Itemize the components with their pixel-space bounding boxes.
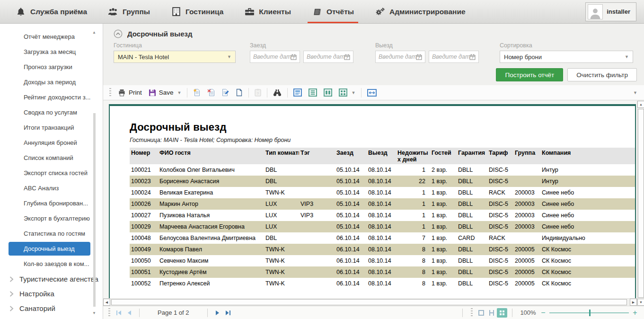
- arrival-from-input[interactable]: Введите дату 7: [250, 51, 300, 63]
- sidebar-item[interactable]: Глубина бронирован...: [0, 196, 103, 211]
- page-indicator: Page 1 of 2: [158, 309, 189, 316]
- calendar-icon[interactable]: 7: [469, 54, 476, 60]
- table-cell: Кустодиев Артём: [158, 269, 264, 275]
- departure-to-input[interactable]: Введите дату 7: [429, 51, 479, 63]
- nav-item-reception[interactable]: Служба приёма: [14, 0, 88, 23]
- table-cell: DISC-5: [487, 257, 513, 264]
- toolbar-overflow-icon[interactable]: ▼: [633, 90, 637, 95]
- sidebar-section[interactable]: Настройка: [0, 286, 103, 301]
- sidebar-scroll-thumb[interactable]: [93, 113, 96, 307]
- first-page-button[interactable]: [114, 308, 124, 318]
- clear-filter-button[interactable]: Очистить фильтр: [567, 68, 637, 81]
- table-cell: 1 взр.: [430, 178, 457, 185]
- arrival-to-input[interactable]: Введите дату 7: [303, 51, 353, 63]
- table-cell: 1: [396, 212, 430, 219]
- sidebar-item[interactable]: Доходы за период: [0, 75, 103, 90]
- nav-item-reports[interactable]: Отчёты: [310, 0, 355, 23]
- hscroll-thumb[interactable]: [111, 299, 627, 305]
- nav-item-hotel[interactable]: Гостиница: [169, 0, 225, 23]
- view-single-button[interactable]: [305, 87, 320, 99]
- sidebar-item[interactable]: Экспорт списка гостей: [0, 166, 103, 181]
- zoom-slider-handle[interactable]: [589, 310, 591, 316]
- calendar-icon[interactable]: 7: [344, 54, 350, 60]
- sidebar-item[interactable]: Рейтинг доходности з...: [0, 90, 103, 105]
- sidebar-section[interactable]: Санаторий: [0, 301, 103, 316]
- sidebar-item-selected[interactable]: Досрочный выезд: [9, 242, 90, 256]
- horizontal-scrollbar[interactable]: ◀ ▶: [103, 298, 637, 306]
- sidebar-item[interactable]: Загрузка за месяц: [0, 44, 103, 60]
- scroll-up-icon[interactable]: ▲: [92, 30, 96, 35]
- calendar-icon[interactable]: 7: [416, 54, 422, 60]
- hotel-select[interactable]: MAIN - Tesla Hotel ▼: [114, 51, 236, 63]
- zoom-out-button[interactable]: −: [539, 309, 547, 317]
- nav-item-admin[interactable]: Администрирование: [373, 0, 467, 23]
- page-width-button[interactable]: [364, 87, 380, 99]
- sidebar-scrollbar[interactable]: ▲ ▼: [92, 30, 97, 315]
- build-report-button[interactable]: Построить отчёт: [496, 68, 563, 81]
- nav-item-clients[interactable]: Клиенты: [243, 0, 292, 23]
- departure-from-input[interactable]: Введите дату 7: [375, 51, 425, 63]
- nav-item-groups[interactable]: Группы: [106, 0, 151, 23]
- toolbar-grip[interactable]: [109, 88, 111, 97]
- pager-grip[interactable]: [108, 308, 110, 318]
- separator: [512, 309, 512, 317]
- next-page-button[interactable]: [212, 308, 223, 318]
- chevron-down-icon[interactable]: ▼: [177, 90, 182, 95]
- sidebar-item[interactable]: Список компаний: [0, 151, 103, 166]
- view-two-pages-button[interactable]: [320, 87, 335, 99]
- sidebar-item[interactable]: Экспорт в бухгалтерию: [0, 211, 103, 226]
- sidebar-item[interactable]: Сводка по услугам: [0, 105, 103, 120]
- previous-page-button[interactable]: [124, 308, 134, 318]
- sidebar-item[interactable]: Кол-во заездов в ком...: [0, 257, 103, 272]
- column-header: ФИО гостя: [158, 150, 264, 156]
- multiple-pages-view-button[interactable]: [497, 308, 507, 318]
- vertical-scrollbar[interactable]: ▲ ▼: [637, 101, 644, 306]
- delete-page-button[interactable]: [204, 87, 218, 99]
- edit-page-button[interactable]: [218, 87, 232, 99]
- scroll-down-icon[interactable]: ▼: [637, 299, 644, 306]
- continuous-view-button[interactable]: [486, 308, 497, 318]
- new-page-button[interactable]: [190, 87, 204, 99]
- sidebar-item[interactable]: Итоги транзакций: [0, 120, 103, 135]
- scroll-left-icon[interactable]: ◀: [103, 299, 110, 306]
- sidebar-section[interactable]: Туристические агенства: [0, 272, 103, 286]
- scroll-down-icon[interactable]: ▼: [92, 311, 96, 315]
- single-page-view-button[interactable]: [476, 308, 486, 318]
- collapse-panel-icon[interactable]: [114, 29, 123, 38]
- table-cell: 100051: [130, 269, 158, 275]
- table-cell: DBLL: [457, 189, 487, 196]
- zoombar-grip[interactable]: [471, 308, 473, 318]
- calendar-icon[interactable]: 7: [291, 54, 297, 60]
- chevron-down-icon[interactable]: ▼: [351, 90, 355, 95]
- table-cell: 8: [396, 257, 430, 264]
- chevron-right-icon: [9, 306, 14, 311]
- print-button[interactable]: Print: [115, 87, 145, 99]
- page-setup-button[interactable]: [232, 87, 246, 99]
- view-multiple-pages-button[interactable]: ▼: [335, 87, 359, 99]
- vscroll-thumb[interactable]: [638, 109, 644, 298]
- table-cell: 100026: [130, 201, 158, 207]
- scroll-right-icon[interactable]: ▶: [630, 299, 637, 306]
- view-page-button[interactable]: [290, 87, 305, 99]
- save-button[interactable]: Save ▼: [145, 87, 185, 99]
- sidebar-item[interactable]: Аннуляция броней: [0, 135, 103, 151]
- briefcase-icon: [244, 7, 255, 17]
- scroll-up-icon[interactable]: ▲: [637, 101, 644, 108]
- zoom-in-button[interactable]: +: [631, 309, 639, 317]
- table-cell: 08.10.14: [367, 269, 396, 275]
- content-area: Досрочный выезд Гостиница MAIN - Tesla H…: [103, 24, 644, 319]
- sidebar-item[interactable]: Статистика по гостям: [0, 226, 103, 241]
- hscroll-track[interactable]: [110, 299, 630, 306]
- table-cell: RACK: [487, 235, 513, 241]
- table-cell: Интур: [540, 167, 635, 173]
- table-cell: 8: [396, 269, 430, 275]
- sidebar-item[interactable]: Прогноз загрузки: [0, 60, 103, 75]
- sort-select[interactable]: Номер брони ▼: [500, 51, 633, 63]
- table-cell: RACK: [487, 189, 513, 196]
- find-button[interactable]: [270, 87, 285, 99]
- sidebar-item[interactable]: Отчёт менеджера: [0, 29, 103, 44]
- sidebar-item[interactable]: ABC Анализ: [0, 181, 103, 196]
- user-box[interactable]: installer: [585, 2, 636, 21]
- zoom-slider[interactable]: [549, 310, 629, 316]
- last-page-button[interactable]: [223, 308, 233, 318]
